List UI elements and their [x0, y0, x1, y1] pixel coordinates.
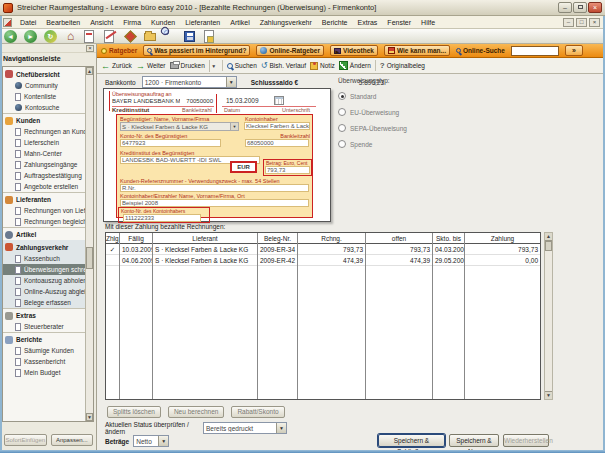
hintergrund-button[interactable]: Was passiert im Hintergrund? — [143, 45, 250, 56]
wie-kann-man-button[interactable]: Wie kann man... — [384, 45, 450, 56]
betrag-input[interactable]: 793,73 — [265, 166, 310, 174]
column-header[interactable]: Fällig — [120, 233, 152, 244]
radio-icon[interactable] — [338, 140, 346, 148]
sidebar-item-online-auszug-abgleichen[interactable]: Online-Auszug abgleichen — [3, 286, 93, 297]
scroll-up-icon[interactable]: ▲ — [86, 67, 93, 75]
sidebar-section-lieferanten[interactable]: Lieferanten — [3, 192, 93, 205]
referenz-input[interactable]: R.Nr. — [120, 184, 309, 192]
column-header[interactable]: Zahlung — [465, 233, 540, 244]
online-ratgeber-button[interactable]: Online-Ratgeber — [256, 45, 324, 56]
weiter-button[interactable]: →Weiter — [136, 61, 166, 71]
splitts-loeschen-button[interactable]: Splitts löschen — [107, 406, 161, 418]
suchen-button[interactable]: Suchen — [227, 62, 257, 69]
menu-system-icon[interactable] — [3, 18, 12, 27]
back-icon[interactable]: ◄ — [4, 30, 17, 43]
sidebar-section-kunden[interactable]: Kunden — [3, 113, 93, 126]
menu-item-bearbeiten[interactable]: Bearbeiten — [41, 19, 85, 26]
mdi-minimize-button[interactable]: – — [563, 18, 574, 27]
sidebar-item-ueberweisungen-schreiben[interactable]: Überweisungen schreiben — [3, 264, 93, 275]
verlauf-button[interactable]: ↺Bish. Verlauf — [261, 61, 306, 70]
drucken-button[interactable]: Drucken — [170, 62, 205, 69]
sidebar-item-steuerberater[interactable]: Steuerberater — [3, 321, 93, 332]
sidebar-item-saeumige-kunden[interactable]: Säumige Kunden — [3, 345, 93, 356]
document-icon[interactable] — [84, 30, 97, 43]
einzahler-input[interactable]: Beispiel 2008 — [120, 199, 309, 207]
sidebar-section-zahlungsverkehr[interactable]: Zahlungsverkehr — [3, 240, 93, 253]
menu-item-berichte[interactable]: Berichte — [317, 19, 353, 26]
calendar-icon[interactable] — [274, 96, 284, 105]
radio-standard[interactable]: Standard — [338, 88, 407, 104]
menu-item-firma[interactable]: Firma — [118, 19, 146, 26]
sidebar-item-kontoauszug-abholen[interactable]: Kontoauszug abholen — [3, 275, 93, 286]
sidebar-item-lieferschein[interactable]: Lieferschein — [3, 137, 93, 148]
blz2-input[interactable]: 68050000 — [245, 139, 309, 147]
minimize-button[interactable]: – — [558, 2, 572, 13]
sidebar-item-rechnungen-begleichen[interactable]: Rechnungen begleichen — [3, 216, 93, 227]
sidebar-item-rechnungen-an-kunden[interactable]: Rechnungen an Kunden — [3, 126, 93, 137]
online-search-input[interactable] — [511, 46, 559, 56]
sidebar-section-extras[interactable]: Extras — [3, 308, 93, 321]
radio-sepa-ueberweisung[interactable]: SEPA-Überweisung — [338, 120, 407, 136]
scroll-down-icon[interactable]: ▼ — [545, 391, 552, 399]
menu-item-artikel[interactable]: Artikel — [225, 19, 254, 26]
notiz-button[interactable]: Notiz — [310, 62, 335, 70]
preview-icon[interactable] — [164, 30, 177, 43]
column-header[interactable]: Skto. bis — [433, 233, 464, 244]
table-scrollbar[interactable]: ▲ ▼ — [544, 232, 553, 400]
chevron-down-icon[interactable]: ▼ — [230, 123, 238, 130]
table-cell[interactable]: 793,73 — [465, 244, 540, 255]
scroll-up-icon[interactable]: ▲ — [545, 233, 552, 241]
sidebar-item-zahlungseingaenge[interactable]: Zahlungseingänge — [3, 159, 93, 170]
column-header[interactable]: Beleg-Nr. — [258, 233, 297, 244]
radio-eu-ueberweisung[interactable]: EU-Überweisung — [338, 104, 407, 120]
scroll-down-icon[interactable]: ▼ — [86, 413, 93, 421]
save-icon[interactable] — [184, 30, 197, 43]
report-icon[interactable] — [204, 30, 217, 43]
neu-berechnen-button[interactable]: Neu berechnen — [168, 406, 224, 418]
menu-item-datei[interactable]: Datei — [15, 19, 41, 26]
menu-item-lieferanten[interactable]: Lieferanten — [180, 19, 225, 26]
betraege-select[interactable]: Netto ▼ — [133, 435, 169, 447]
menu-item-ansicht[interactable]: Ansicht — [85, 19, 118, 26]
scroll-thumb[interactable] — [545, 241, 552, 251]
sofort-einfuegen-button[interactable]: SofortEinfügen — [4, 434, 47, 446]
table-cell[interactable]: 0,00 — [465, 255, 540, 266]
mdi-close-button[interactable]: × — [589, 18, 600, 27]
chevron-down-icon[interactable]: ▼ — [158, 436, 168, 446]
speichern-schliessen-button[interactable]: Speichern & Schließen — [378, 434, 445, 447]
menu-item-zahlungsverkehr[interactable]: Zahlungsverkehr — [255, 19, 317, 26]
radio-icon[interactable] — [338, 92, 346, 100]
more-button[interactable]: » — [565, 45, 583, 56]
home-icon[interactable]: ⌂ — [64, 30, 77, 43]
speichern-neu-button[interactable]: Speichern & Neu — [449, 434, 499, 447]
sidebar-item-kassenbuch[interactable]: Kassenbuch — [3, 253, 93, 264]
rabatt-skonto-button[interactable]: Rabatt/Skonto — [231, 406, 284, 418]
sidebar-item-angebote-erstellen[interactable]: Angebote erstellen — [3, 181, 93, 192]
column-header[interactable]: Lieferant — [153, 233, 257, 244]
originalbeleg-button[interactable]: ?Originalbeleg — [380, 61, 425, 70]
eigene-kontonr-input[interactable]: 111222333 — [123, 214, 201, 222]
mdi-restore-button[interactable]: □ — [576, 18, 587, 27]
sidebar-item-community[interactable]: Community — [3, 80, 93, 91]
menu-item-extras[interactable]: Extras — [353, 19, 383, 26]
check-icon[interactable]: ✓ — [106, 244, 119, 255]
chevron-down-icon[interactable]: ▼ — [226, 77, 236, 87]
ratgeber-tab[interactable]: Ratgeber — [101, 47, 137, 54]
sidebar-item-kontosuche[interactable]: Kontosuche — [3, 102, 93, 113]
bank-blz[interactable]: 70050000 — [176, 98, 213, 104]
notes-icon[interactable] — [124, 30, 137, 43]
sidebar-item-auftragsbestaetigung[interactable]: Auftragsbestätigung — [3, 170, 93, 181]
kontoinhaber-input[interactable]: Klecksel Farben & Lacke KG — [244, 122, 310, 130]
datum-value[interactable]: 15.03.2009 — [226, 97, 259, 104]
radio-icon[interactable] — [338, 108, 346, 116]
aendern-button[interactable]: Ändern — [339, 61, 371, 70]
bankkonto-select[interactable]: 1200 · Firmenkonto ▼ — [142, 76, 237, 88]
kontonr-input[interactable]: 6477923 — [120, 139, 221, 147]
scroll-thumb[interactable] — [86, 247, 93, 269]
forward-icon[interactable]: ► — [24, 30, 37, 43]
menu-item-hilfe[interactable]: Hilfe — [416, 19, 440, 26]
drucken-dropdown-icon[interactable]: ▼ — [209, 60, 218, 72]
sidebar-section-chefuebersicht[interactable]: Chefübersicht — [3, 67, 93, 80]
check-icon[interactable] — [106, 255, 119, 266]
status-select[interactable]: Bereits gedruckt ▼ — [203, 422, 287, 434]
